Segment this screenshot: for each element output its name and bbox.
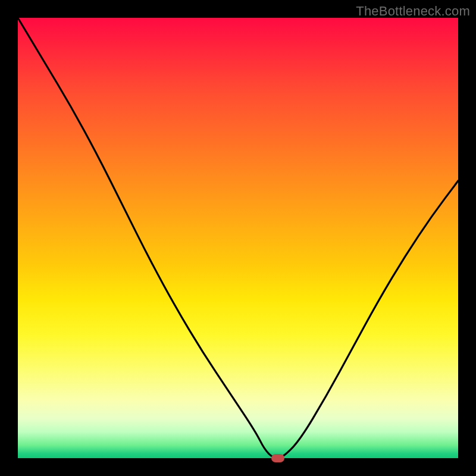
optimum-marker	[271, 454, 284, 462]
bottleneck-curve	[18, 18, 458, 458]
watermark-text: TheBottleneck.com	[356, 4, 470, 19]
plot-area	[18, 18, 458, 458]
chart-frame: TheBottleneck.com	[0, 0, 476, 476]
